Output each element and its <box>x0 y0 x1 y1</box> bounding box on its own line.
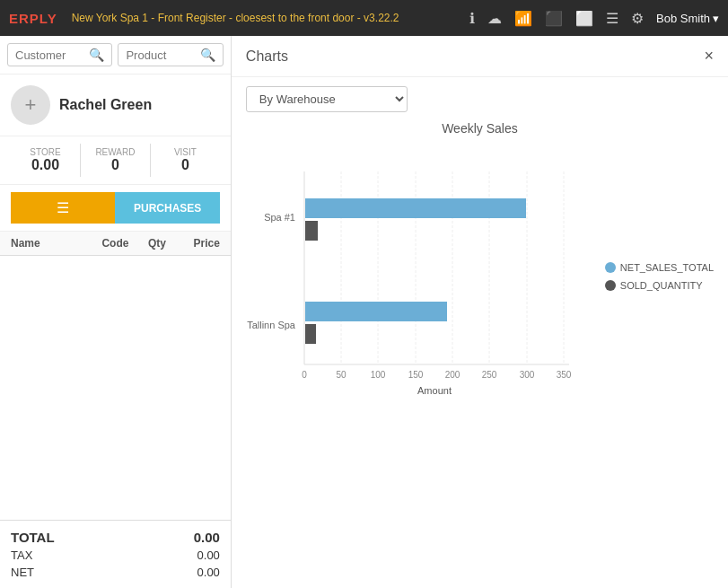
customer-info: + Rachel Green <box>0 75 231 136</box>
svg-text:Spa #1: Spa #1 <box>264 212 295 223</box>
display-icon[interactable]: ⬛ <box>545 10 563 27</box>
col-price: Price <box>178 237 220 250</box>
charts-panel: Charts × By Warehouse Weekly Sales Spa #… <box>232 36 728 588</box>
total-value: 0.00 <box>194 530 220 545</box>
navbar: ERPLY New York Spa 1 - Front Register - … <box>0 0 728 36</box>
svg-text:Amount: Amount <box>417 385 452 396</box>
svg-text:0: 0 <box>302 370 307 380</box>
tax-label: TAX <box>11 549 32 562</box>
bar-chart-svg: Spa #1 Tallinn Spa <box>246 145 587 405</box>
user-menu[interactable]: Bob Smith ▾ <box>656 12 719 25</box>
stats-row: STORE 0.00 REWARD 0 VISIT 0 <box>0 136 231 185</box>
svg-text:350: 350 <box>557 370 572 380</box>
reward-label: REWARD <box>81 147 150 157</box>
logo: ERPLY <box>9 11 57 26</box>
add-customer-icon: + <box>25 93 37 117</box>
settings-icon[interactable]: ⚙ <box>631 10 644 27</box>
customer-name: Rachel Green <box>59 97 152 113</box>
customer-search-icon[interactable]: 🔍 <box>89 48 104 62</box>
col-code: Code <box>94 237 136 250</box>
net-value: 0.00 <box>197 566 220 579</box>
product-search-input[interactable] <box>126 48 199 62</box>
user-name: Bob Smith <box>656 12 710 25</box>
net-sales-dot <box>605 262 616 273</box>
col-qty: Qty <box>136 237 179 250</box>
spa1-sold-qty-bar <box>305 221 318 241</box>
menu-icon[interactable]: ☰ <box>606 10 618 27</box>
visit-stat: VISIT 0 <box>151 144 220 177</box>
svg-text:100: 100 <box>371 370 386 380</box>
chart-legend: NET_SALES_TOTAL SOLD_QUANTITY <box>596 145 714 408</box>
chart-title: Weekly Sales <box>246 121 714 136</box>
sold-qty-dot <box>605 280 616 291</box>
charts-title: Charts <box>246 48 705 65</box>
warehouse-filter-select[interactable]: By Warehouse <box>246 86 408 112</box>
store-stat: STORE 0.00 <box>11 144 81 177</box>
info-icon[interactable]: ℹ <box>469 10 475 27</box>
tallinn-sold-qty-bar <box>305 324 316 344</box>
product-search-icon[interactable]: 🔍 <box>200 48 215 62</box>
charts-filter: By Warehouse <box>232 77 728 121</box>
store-label: STORE <box>11 147 80 157</box>
left-panel: 🔍 🔍 + Rachel Green STORE 0.00 REWARD 0 <box>0 36 232 588</box>
main-layout: 🔍 🔍 + Rachel Green STORE 0.00 REWARD 0 <box>0 36 728 588</box>
total-label: TOTAL <box>11 530 55 545</box>
charts-header: Charts × <box>232 36 728 77</box>
customer-search-input[interactable] <box>15 48 89 62</box>
customer-search-box[interactable]: 🔍 <box>7 43 112 66</box>
svg-text:50: 50 <box>336 370 346 380</box>
chart-area: Weekly Sales Spa #1 Tallinn Spa <box>232 121 728 588</box>
svg-text:300: 300 <box>520 370 535 380</box>
purchases-button[interactable]: PURCHASES <box>115 192 219 224</box>
svg-text:250: 250 <box>482 370 497 380</box>
chart-svg: Spa #1 Tallinn Spa <box>246 145 587 408</box>
totals-section: TOTAL 0.00 TAX 0.00 NET 0.00 <box>0 520 231 588</box>
total-row-tax: TAX 0.00 <box>11 547 220 564</box>
legend-net-sales: NET_SALES_TOTAL <box>605 262 714 273</box>
svg-text:150: 150 <box>408 370 424 380</box>
legend-sold-qty: SOLD_QUANTITY <box>605 280 714 291</box>
col-name: Name <box>11 237 94 250</box>
visit-value: 0 <box>151 157 220 173</box>
net-label: NET <box>11 566 34 579</box>
navbar-title: New York Spa 1 - Front Register - cloese… <box>72 12 460 24</box>
layout-icon[interactable]: ⬜ <box>575 10 593 27</box>
total-row-net: NET 0.00 <box>11 564 220 581</box>
visit-label: VISIT <box>151 147 220 157</box>
spa1-net-sales-bar <box>305 198 526 218</box>
search-row: 🔍 🔍 <box>0 36 231 75</box>
svg-text:200: 200 <box>445 370 460 380</box>
navbar-icons: ℹ ☁ 📶 ⬛ ⬜ ☰ ⚙ Bob Smith ▾ <box>469 10 719 27</box>
product-search-box[interactable]: 🔍 <box>118 43 223 66</box>
signal-icon[interactable]: 📶 <box>514 10 532 27</box>
customer-avatar[interactable]: + <box>11 85 50 125</box>
chevron-down-icon: ▾ <box>713 12 719 25</box>
tallinn-net-sales-bar <box>305 302 447 321</box>
action-buttons: ☰ PURCHASES <box>0 185 231 232</box>
cloud-icon[interactable]: ☁ <box>487 10 502 27</box>
total-row-main: TOTAL 0.00 <box>11 528 220 547</box>
close-button[interactable]: × <box>704 47 714 66</box>
net-sales-label: NET_SALES_TOTAL <box>620 262 714 273</box>
store-value: 0.00 <box>11 157 80 173</box>
sold-qty-label: SOLD_QUANTITY <box>620 280 703 291</box>
icon-button[interactable]: ☰ <box>11 192 115 224</box>
table-header: Name Code Qty Price <box>0 232 231 256</box>
table-body <box>0 256 231 520</box>
reward-value: 0 <box>81 157 150 173</box>
reward-stat: REWARD 0 <box>81 144 151 177</box>
tax-value: 0.00 <box>197 549 220 562</box>
chart-container: Spa #1 Tallinn Spa <box>246 145 714 408</box>
svg-text:Tallinn Spa: Tallinn Spa <box>247 320 296 330</box>
list-icon: ☰ <box>57 199 69 216</box>
